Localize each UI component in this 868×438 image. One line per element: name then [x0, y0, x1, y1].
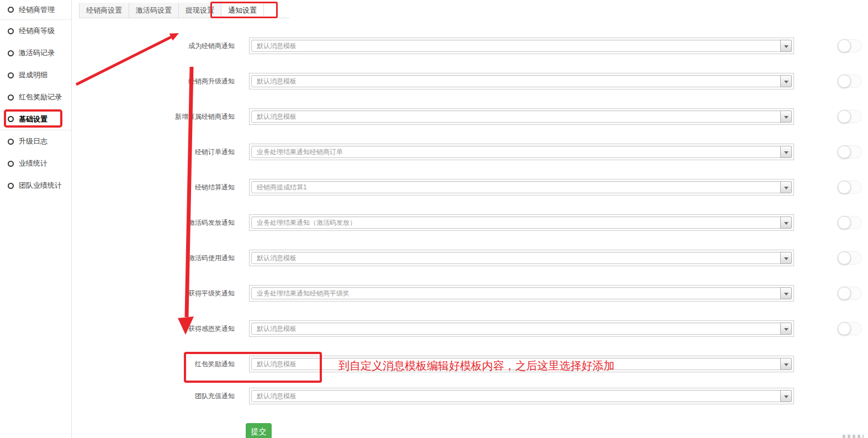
circle-icon: [8, 72, 14, 78]
toggle-knob: [838, 181, 851, 194]
template-select-dealer-settlement-notice[interactable]: 经销商提成结算1: [251, 181, 792, 193]
dropdown-arrow-button[interactable]: [780, 287, 792, 299]
toggle-switch-gratitude-award-notice[interactable]: [838, 322, 862, 335]
chevron-down-icon: [784, 257, 788, 260]
sidebar-item-label: 激活码记录: [19, 48, 55, 58]
selected-template-value: 默认消息模板: [252, 323, 771, 334]
dropdown-arrow-button[interactable]: [780, 181, 792, 193]
tab-withdrawal-settings[interactable]: 提现设置: [179, 3, 221, 18]
form-row-dealer-settlement-notice: 经销结算通知经销商提成结算1: [72, 179, 868, 196]
selected-template-value: 默认消息模板: [252, 76, 771, 87]
dropdown-arrow-button[interactable]: [780, 358, 792, 370]
toggle-switch-peer-award-notice[interactable]: [838, 287, 862, 300]
template-select-wrapper: 默认消息模板: [249, 320, 794, 337]
selected-template-value: 默认消息模板: [252, 111, 771, 122]
toggle-switch-activation-code-issue-notice[interactable]: [838, 216, 862, 229]
circle-icon: [8, 94, 14, 101]
toggle-switch-dealer-upgrade-notice[interactable]: [838, 75, 862, 88]
sidebar-item-label: 基础设置: [19, 114, 47, 124]
sidebar-item-label: 业绩统计: [19, 159, 47, 168]
tab-dealer-settings[interactable]: 经销商设置: [79, 3, 129, 18]
toggle-knob: [838, 75, 851, 88]
chevron-down-icon: [784, 395, 788, 398]
field-label: 经销订单通知: [72, 147, 235, 157]
template-select-activation-code-issue-notice[interactable]: 业务处理结果通知（激活码发放）: [251, 217, 792, 229]
chevron-down-icon: [784, 328, 788, 331]
toggle-knob: [838, 322, 851, 335]
template-select-wrapper: 默认消息模板: [249, 73, 794, 89]
dropdown-arrow-button[interactable]: [780, 75, 792, 87]
tab-notification-settings[interactable]: 通知设置: [221, 3, 264, 18]
selected-template-value: 默认消息模板: [252, 40, 771, 51]
sidebar: 经销商管理经销商等级激活码记录提成明细红包奖励记录基础设置升级日志业绩统计团队业…: [0, 0, 72, 438]
template-select-redpacket-reward-notice[interactable]: 默认消息模板: [251, 358, 792, 370]
sidebar-item-team-performance-stats[interactable]: 团队业绩统计: [0, 175, 71, 197]
field-label: 新增直属经销商通知: [72, 112, 235, 122]
form-row-gratitude-award-notice: 获得感恩奖通知默认消息模板: [72, 320, 868, 337]
chevron-down-icon: [784, 45, 788, 48]
sidebar-item-label: 升级日志: [19, 136, 47, 146]
circle-icon: [8, 50, 14, 56]
template-select-wrapper: 默认消息模板: [249, 38, 794, 54]
field-label: 激活码发放通知: [72, 218, 235, 228]
sidebar-item-label: 团队业绩统计: [19, 181, 62, 191]
toggle-knob: [838, 110, 851, 123]
selected-template-value: 默认消息模板: [252, 252, 771, 263]
dropdown-arrow-button[interactable]: [780, 323, 792, 335]
toggle-switch-dealer-settlement-notice[interactable]: [838, 181, 862, 194]
selected-template-value: 经销商提成结算1: [252, 182, 771, 193]
field-label: 激活码使用通知: [72, 254, 235, 263]
toggle-knob: [838, 251, 851, 265]
toggle-switch-activation-code-use-notice[interactable]: [838, 251, 862, 265]
field-label: 获得平级奖通知: [72, 289, 235, 298]
chevron-down-icon: [784, 81, 788, 83]
template-select-dealer-order-notice[interactable]: 业务处理结果通知经销商订单: [251, 146, 792, 158]
circle-icon: [8, 28, 14, 34]
dropdown-arrow-button[interactable]: [780, 146, 792, 158]
sidebar-item-performance-stats[interactable]: 业绩统计: [0, 152, 71, 175]
field-label: 红包奖励通知: [72, 360, 235, 369]
form-row-redpacket-reward-notice: 红包奖励通知默认消息模板: [72, 356, 868, 372]
dropdown-arrow-button[interactable]: [780, 217, 792, 229]
dropdown-arrow-button[interactable]: [780, 40, 792, 52]
sidebar-item-dealer-level[interactable]: 经销商等级: [0, 20, 71, 42]
toggle-switch-new-direct-dealer-notice[interactable]: [838, 110, 862, 123]
chevron-down-icon: [784, 293, 788, 295]
toggle-knob: [838, 287, 851, 300]
template-select-gratitude-award-notice[interactable]: 默认消息模板: [251, 323, 792, 335]
chevron-down-icon: [784, 363, 788, 366]
sidebar-list: 经销商管理经销商等级激活码记录提成明细红包奖励记录基础设置升级日志业绩统计团队业…: [0, 0, 71, 197]
toggle-switch-dealer-order-notice[interactable]: [838, 145, 862, 159]
sidebar-item-label: 红包奖励记录: [19, 92, 62, 102]
sidebar-item-basic-settings[interactable]: 基础设置: [0, 108, 71, 130]
sidebar-item-redpacket-reward-records[interactable]: 红包奖励记录: [0, 86, 71, 108]
template-select-new-direct-dealer-notice[interactable]: 默认消息模板: [251, 110, 792, 123]
template-select-dealer-upgrade-notice[interactable]: 默认消息模板: [251, 75, 792, 87]
sidebar-item-commission-details[interactable]: 提成明细: [0, 64, 71, 86]
template-select-wrapper: 默认消息模板: [249, 108, 794, 125]
submit-button[interactable]: 提交: [246, 423, 272, 438]
selected-template-value: 业务处理结果通知经销商平级奖: [252, 288, 771, 299]
sidebar-item-activation-code-records[interactable]: 激活码记录: [0, 42, 71, 64]
tab-activation-code-settings[interactable]: 激活码设置: [129, 3, 179, 18]
dropdown-arrow-button[interactable]: [780, 390, 792, 402]
form-row-dealer-upgrade-notice: 经销商升级通知默认消息模板: [72, 73, 868, 89]
sidebar-item-dealer-management[interactable]: 经销商管理: [0, 0, 71, 20]
template-select-peer-award-notice[interactable]: 业务处理结果通知经销商平级奖: [251, 287, 792, 299]
notification-settings-form: 成为经销商通知默认消息模板经销商升级通知默认消息模板新增直属经销商通知默认消息模…: [72, 38, 868, 404]
toggle-knob: [838, 145, 851, 159]
dropdown-arrow-button[interactable]: [780, 110, 792, 123]
circle-icon: [8, 139, 14, 145]
toggle-switch-become-dealer-notice[interactable]: [838, 39, 862, 52]
template-select-activation-code-use-notice[interactable]: 默认消息模板: [251, 252, 792, 264]
template-select-become-dealer-notice[interactable]: 默认消息模板: [251, 40, 792, 52]
dropdown-arrow-button[interactable]: [780, 252, 792, 264]
selected-template-value: 业务处理结果通知经销商订单: [252, 146, 771, 157]
sidebar-item-upgrade-log[interactable]: 升级日志: [0, 130, 71, 152]
chevron-down-icon: [784, 151, 788, 154]
field-label: 团队充值通知: [72, 392, 235, 401]
main-content: 经销商设置激活码设置提现设置通知设置 成为经销商通知默认消息模板经销商升级通知默…: [72, 0, 868, 438]
selected-template-value: 默认消息模板: [252, 390, 771, 402]
template-select-team-recharge-notice[interactable]: 默认消息模板: [251, 390, 792, 402]
tabbar: 经销商设置激活码设置提现设置通知设置: [79, 3, 289, 18]
